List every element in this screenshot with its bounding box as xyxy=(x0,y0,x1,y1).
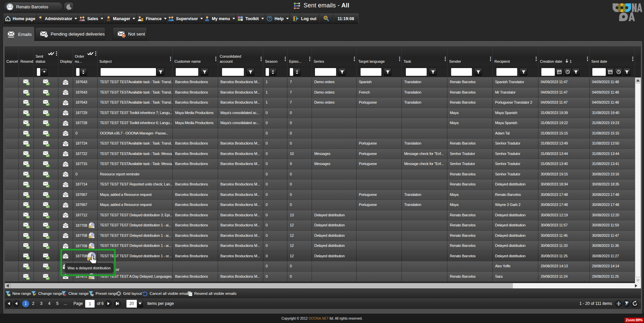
svg-text:?: ? xyxy=(268,16,271,21)
